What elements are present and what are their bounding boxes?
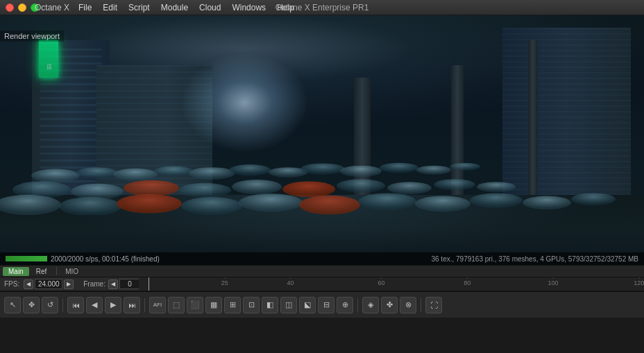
separator-1 [62, 298, 63, 312]
render-info-right: 36 tex., 7979163 pri., 376 meshes, 4 GPU… [431, 255, 638, 263]
tool-g[interactable]: ◫ [280, 297, 297, 313]
svg-point-9 [380, 163, 418, 173]
ruler-label-120: 120 [634, 279, 644, 286]
menu-script[interactable]: Script [123, 0, 155, 15]
tool-select[interactable]: ↖ [4, 297, 21, 313]
frame-decrement[interactable]: ◀ [108, 279, 118, 289]
menu-module[interactable]: Module [155, 0, 194, 15]
svg-point-22 [0, 195, 61, 215]
tick-80 [467, 277, 468, 279]
menu-cloud[interactable]: Cloud [194, 0, 226, 15]
ruler-label-100: 100 [548, 279, 558, 286]
app-name: Octane X [35, 3, 69, 12]
svg-point-13 [71, 184, 124, 200]
svg-point-19 [387, 182, 432, 194]
tick-100 [553, 277, 554, 279]
umbrella-crowd [0, 103, 644, 215]
window-title: Octane X Enterprise PR1 [276, 3, 369, 12]
separator-3 [357, 298, 358, 312]
tab-mid[interactable]: MIO [61, 267, 83, 276]
btn-fullscreen[interactable]: ⛶ [425, 297, 442, 313]
bottom-toolbar: ↖ ✥ ↺ ⏮ ◀ ▶ ⏭ AFI ⬚ ⬛ ▦ ⊞ ⊡ ◧ ◫ ⬕ ⊟ ⊕ ◈ … [0, 291, 644, 318]
progress-bar-wrap: 2000/2000 s/ps, 00:01:45 (finished) [6, 255, 160, 263]
frame-value[interactable]: 0 [119, 279, 140, 289]
svg-point-21 [477, 182, 516, 192]
svg-point-18 [337, 179, 385, 192]
svg-point-27 [299, 196, 360, 215]
btn-afi[interactable]: AFI [149, 297, 166, 313]
fps-label: FPS: [0, 280, 24, 288]
tool-m[interactable]: ⊗ [400, 297, 416, 313]
tool-move[interactable]: ✥ [23, 297, 40, 313]
svg-point-3 [154, 166, 193, 177]
btn-play-back[interactable]: ◀ [86, 297, 103, 313]
tool-k[interactable]: ◈ [362, 297, 379, 313]
svg-point-7 [300, 163, 345, 174]
scene-canvas: 店 [0, 15, 644, 265]
svg-point-16 [232, 180, 282, 194]
tab-main[interactable]: Main [3, 267, 29, 276]
tab-separator [56, 267, 57, 275]
separator-4 [421, 298, 421, 312]
separator-2 [144, 298, 145, 312]
svg-point-4 [189, 167, 235, 180]
menu-bar: File Edit Script Module Cloud Windows He… [73, 0, 300, 15]
tool-i[interactable]: ⊟ [318, 297, 334, 313]
timeline-ruler[interactable]: 25 40 60 80 100 120 [139, 277, 644, 291]
tab-row: Main Ref MIO [0, 265, 644, 277]
minimize-button[interactable] [18, 3, 26, 12]
svg-point-30 [470, 193, 523, 207]
svg-point-8 [340, 166, 382, 177]
svg-point-32 [571, 193, 616, 205]
ruler-label-80: 80 [464, 279, 471, 286]
tool-c[interactable]: ▦ [205, 297, 222, 313]
svg-point-0 [31, 169, 80, 182]
tool-rotate[interactable]: ↺ [42, 297, 58, 313]
svg-point-28 [358, 193, 416, 209]
btn-fast-forward[interactable]: ⏭ [124, 297, 140, 313]
tool-e[interactable]: ⊡ [243, 297, 260, 313]
tool-d[interactable]: ⊞ [224, 297, 241, 313]
neon-sign-left: 店 [39, 40, 58, 78]
playhead[interactable] [149, 277, 149, 291]
render-status: 2000/2000 s/ps, 00:01:45 (finished) 36 t… [0, 252, 644, 265]
svg-point-2 [113, 169, 158, 181]
menu-edit[interactable]: Edit [97, 0, 123, 15]
timeline-row: FPS: ◀ 24.000 ▶ Frame: ◀ 0 ▶ 25 40 60 80… [0, 277, 644, 291]
tool-b[interactable]: ⬛ [187, 297, 203, 313]
svg-point-5 [229, 164, 271, 175]
tick-120 [639, 277, 640, 279]
svg-point-11 [450, 163, 480, 171]
render-area: Render viewport 店 [0, 15, 644, 265]
svg-point-31 [523, 196, 571, 209]
tool-h[interactable]: ⬕ [299, 297, 316, 313]
fps-value[interactable]: 24.000 [35, 279, 62, 289]
btn-rewind[interactable]: ⏮ [67, 297, 84, 313]
menu-file[interactable]: File [73, 0, 97, 15]
tool-l[interactable]: ✤ [381, 297, 398, 313]
svg-point-24 [117, 194, 182, 214]
tool-j[interactable]: ⊕ [337, 297, 353, 313]
frame-label: Frame: [83, 280, 105, 288]
tool-f[interactable]: ◧ [262, 297, 278, 313]
progress-bar [6, 256, 47, 261]
fps-increment[interactable]: ▶ [64, 279, 74, 289]
close-button[interactable] [6, 3, 14, 12]
viewport-label: Render viewport [0, 31, 64, 42]
svg-point-25 [181, 197, 242, 215]
tick-60 [381, 277, 382, 279]
svg-point-17 [282, 181, 335, 197]
fps-decrement[interactable]: ◀ [24, 279, 33, 289]
render-status-text: 2000/2000 s/ps, 00:01:45 (finished) [51, 255, 160, 263]
btn-play[interactable]: ▶ [105, 297, 121, 313]
menu-windows[interactable]: Windows [226, 0, 271, 15]
tool-a[interactable]: ⬚ [168, 297, 185, 313]
ruler-label-40: 40 [287, 279, 294, 286]
tick-40 [290, 277, 291, 279]
traffic-lights [0, 3, 39, 12]
svg-point-15 [178, 183, 231, 198]
tab-ref[interactable]: Ref [31, 267, 53, 276]
ruler-label-25: 25 [221, 279, 228, 286]
ruler-label-60: 60 [378, 279, 384, 286]
svg-point-20 [434, 179, 475, 190]
